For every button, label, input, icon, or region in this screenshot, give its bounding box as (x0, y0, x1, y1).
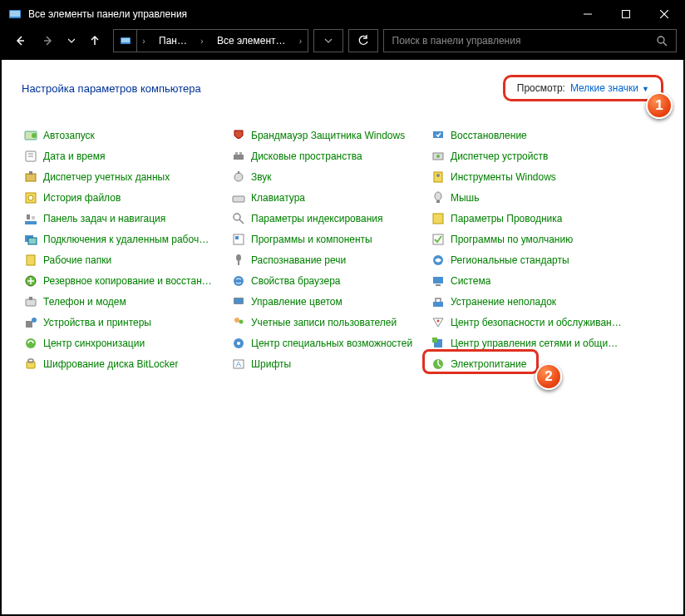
item-label: Шифрование диска BitLocker (43, 358, 178, 370)
item-label: Центр управления сетями и общи… (451, 338, 618, 349)
control-panel-item[interactable]: Параметры Проводника (429, 208, 645, 229)
search-input[interactable] (392, 35, 656, 47)
control-panel-item[interactable]: Шифрование диска BitLocker (22, 353, 229, 374)
item-icon (431, 149, 446, 164)
svg-point-39 (234, 173, 243, 181)
item-label: Телефон и модем (43, 296, 126, 308)
item-label: Центр синхронизации (43, 338, 145, 349)
svg-point-51 (234, 318, 239, 323)
control-panel-item[interactable]: Восстановление (429, 125, 645, 145)
control-panel-item[interactable]: Автозапуск (22, 125, 229, 145)
control-panel-item[interactable]: Клавиатура (229, 187, 429, 208)
control-panel-item[interactable]: Управление цветом (229, 291, 429, 312)
view-label: Просмотр: (517, 82, 565, 94)
item-icon (431, 211, 446, 226)
svg-point-59 (436, 155, 440, 158)
item-icon (23, 190, 38, 205)
item-label: Учетные записи пользователей (251, 317, 397, 328)
item-label: Параметры индексирования (251, 213, 382, 224)
control-panel-item[interactable]: Программы и компоненты (229, 229, 429, 249)
control-panel-item[interactable]: Рабочие папки (22, 249, 229, 270)
control-panel-item[interactable]: Панель задач и навигация (22, 208, 229, 229)
control-panel-item[interactable]: Дисковые пространства (229, 145, 429, 166)
control-panel-item[interactable]: Диспетчер устройств (429, 145, 645, 166)
item-icon (231, 294, 246, 309)
svg-point-14 (32, 133, 37, 138)
item-label: Система (451, 275, 490, 287)
item-icon (23, 149, 38, 164)
control-panel-item[interactable]: Мышь (429, 187, 645, 208)
control-panel-item[interactable]: Звук (229, 166, 429, 187)
control-panel-item[interactable]: Региональные стандарты (429, 249, 645, 270)
svg-rect-24 (32, 216, 35, 219)
svg-rect-68 (436, 284, 441, 286)
control-panel-item[interactable]: AШрифты (229, 353, 429, 374)
up-button[interactable] (83, 29, 106, 52)
control-panel-item[interactable]: Центр управления сетями и общи… (429, 333, 645, 353)
control-panel-item[interactable]: Инструменты Windows (429, 166, 645, 187)
address-dropdown[interactable] (313, 29, 343, 52)
control-panel-item[interactable]: Центр специальных возможностей (229, 333, 429, 353)
control-panel-item[interactable]: Подключения к удаленным рабоч… (22, 229, 229, 249)
minimize-button[interactable] (569, 2, 607, 27)
control-panel-item[interactable]: Параметры индексирования (229, 208, 429, 229)
breadcrumb-segment-2[interactable]: Все элемент… (209, 30, 294, 52)
view-dropdown[interactable]: Мелкие значки▼ (570, 82, 649, 94)
svg-point-52 (239, 319, 244, 323)
item-icon (231, 253, 246, 268)
recent-button[interactable] (65, 29, 78, 52)
search-icon[interactable] (656, 35, 668, 47)
item-icon (23, 170, 38, 185)
search-box[interactable] (383, 29, 677, 52)
svg-rect-35 (28, 359, 33, 362)
control-panel-item[interactable]: Система (429, 270, 645, 291)
item-label: Шрифты (251, 358, 291, 370)
item-label: Устранение неполадок (451, 296, 556, 308)
control-panel-item[interactable]: Центр безопасности и обслуживан… (429, 312, 645, 333)
chevron-right-icon[interactable]: › (294, 30, 308, 52)
window-title: Все элементы панели управления (28, 8, 569, 20)
control-panel-item[interactable]: Диспетчер учетных данных (22, 166, 229, 187)
item-label: Автозапуск (43, 130, 95, 141)
close-button[interactable] (645, 2, 683, 27)
item-label: Восстановление (451, 130, 527, 141)
item-label: Дисковые пространства (251, 150, 362, 162)
control-panel-item[interactable]: Программы по умолчанию (429, 229, 645, 249)
page-title: Настройка параметров компьютера (22, 82, 201, 95)
back-button[interactable] (8, 29, 32, 52)
control-panel-item[interactable]: Устранение неполадок (429, 291, 645, 312)
control-panel-item[interactable]: Резервное копирование и восстан… (22, 270, 229, 291)
item-label: Звук (251, 171, 272, 183)
forward-button[interactable] (37, 29, 60, 52)
control-panel-item[interactable]: Устройства и принтеры (22, 312, 229, 333)
control-panel-item[interactable]: Учетные записи пользователей (229, 312, 429, 333)
control-panel-item[interactable]: Брандмауэр Защитника Windows (229, 125, 429, 145)
chevron-right-icon[interactable]: › (137, 30, 150, 52)
control-panel-item[interactable]: Телефон и модем (22, 291, 229, 312)
control-panel-item[interactable]: Электропитание (429, 353, 526, 374)
item-label: Устройства и принтеры (43, 317, 151, 328)
item-label: Клавиатура (251, 192, 305, 204)
svg-rect-40 (238, 171, 239, 174)
callout-badge-2: 2 (535, 363, 562, 390)
control-panel-item[interactable]: Свойства браузера (229, 270, 429, 291)
item-icon (431, 315, 446, 330)
item-icon (23, 128, 38, 143)
svg-rect-30 (29, 297, 32, 300)
item-icon: A (231, 357, 246, 372)
refresh-button[interactable] (348, 29, 378, 52)
item-icon (23, 274, 38, 288)
address-bar[interactable]: › Пан… › Все элемент… › (113, 29, 308, 52)
control-panel-item[interactable]: История файлов (22, 187, 229, 208)
chevron-right-icon[interactable]: › (195, 30, 209, 52)
window-controls (569, 2, 683, 27)
control-panel-item[interactable]: Дата и время (22, 145, 229, 166)
svg-rect-22 (25, 221, 37, 224)
control-panel-item[interactable]: Центр синхронизации (22, 333, 229, 353)
item-icon (231, 149, 246, 164)
breadcrumb-segment-1[interactable]: Пан… (150, 30, 195, 52)
svg-rect-63 (436, 200, 440, 203)
control-panel-item[interactable]: Распознавание речи (229, 249, 429, 270)
item-icon (231, 211, 246, 226)
maximize-button[interactable] (607, 2, 645, 27)
